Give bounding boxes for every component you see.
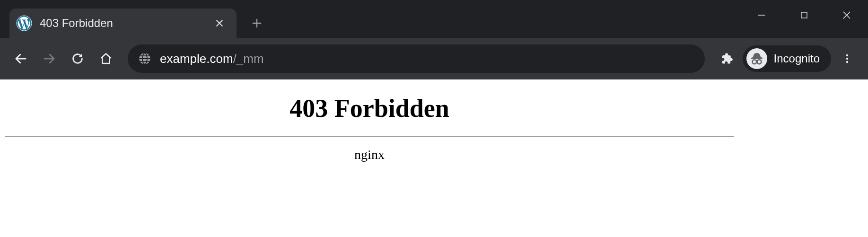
browser-menu-button[interactable] [835,46,859,71]
new-tab-button[interactable] [246,12,268,34]
reload-icon [71,52,84,65]
url-path: /_mm [233,52,264,66]
site-info-button[interactable] [138,52,151,65]
wordpress-icon [16,15,32,31]
tab-close-button[interactable] [211,15,228,32]
page-content: 403 Forbidden nginx [0,79,739,162]
toolbar: example.com/_mm Incognito [0,38,868,79]
browser-chrome: 403 Forbidden [0,0,868,79]
globe-icon [138,52,151,65]
svg-point-5 [757,60,761,64]
window-minimize-button[interactable] [740,0,783,30]
nav-back-button[interactable] [9,46,33,71]
home-icon [99,52,113,65]
plus-icon [252,18,262,28]
window-controls [740,0,868,30]
window-close-button[interactable] [825,0,868,30]
window-maximize-button[interactable] [783,0,825,30]
maximize-icon [800,11,808,19]
svg-point-7 [846,58,848,60]
server-signature: nginx [0,147,739,162]
svg-rect-1 [801,12,807,18]
address-bar[interactable]: example.com/_mm [128,44,705,73]
tab-title: 403 Forbidden [40,17,200,30]
svg-point-6 [846,54,848,56]
close-icon [215,19,224,27]
home-button[interactable] [94,46,118,71]
svg-point-4 [752,60,756,64]
puzzle-icon [720,52,733,65]
minimize-icon [757,10,766,20]
close-icon [842,10,851,20]
nav-forward-button[interactable] [37,46,61,71]
arrow-left-icon [14,52,28,66]
svg-point-8 [846,61,848,63]
kebab-menu-icon [842,53,853,64]
incognito-icon [746,48,767,69]
url-host: example.com [160,52,233,66]
extensions-button[interactable] [714,46,739,71]
tab-strip: 403 Forbidden [0,0,868,38]
incognito-indicator[interactable]: Incognito [743,45,831,72]
incognito-label: Incognito [774,52,820,65]
arrow-right-icon [42,52,56,66]
error-heading: 403 Forbidden [0,94,739,123]
url-text: example.com/_mm [160,52,694,66]
divider [5,136,734,137]
browser-tab[interactable]: 403 Forbidden [9,9,237,38]
reload-button[interactable] [65,46,90,71]
